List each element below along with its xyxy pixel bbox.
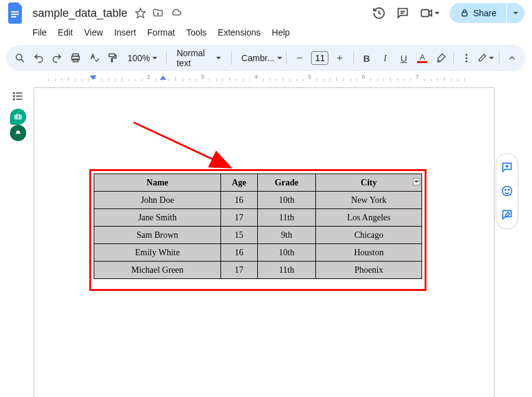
menu-tools[interactable]: Tools <box>181 25 212 40</box>
share-dropdown-button[interactable] <box>507 3 525 23</box>
table-row[interactable]: Jane Smith1711thLos Angeles <box>94 209 422 227</box>
comment-history-icon[interactable] <box>396 6 410 20</box>
meet-icon[interactable] <box>420 6 440 20</box>
table-cell[interactable]: 10th <box>257 192 316 209</box>
suggest-edits-icon[interactable] <box>498 206 516 223</box>
editing-mode-icon[interactable] <box>477 49 494 67</box>
share-button[interactable]: Share <box>450 3 506 23</box>
outline-toggle-icon[interactable] <box>12 90 24 105</box>
move-icon[interactable] <box>152 7 164 19</box>
menubar: File Edit View Insert Format Tools Exten… <box>0 21 532 42</box>
table-cell[interactable]: John Doe <box>94 192 221 209</box>
divider <box>453 51 454 65</box>
left-rail <box>9 90 27 141</box>
table-header-cell[interactable]: Name <box>94 174 221 192</box>
document-title[interactable]: sample_data_table <box>30 6 130 21</box>
ruler-number: 4 <box>254 74 257 80</box>
collapse-toolbar-icon[interactable] <box>505 49 520 67</box>
font-size-input[interactable] <box>311 51 328 65</box>
docs-logo-icon[interactable] <box>7 2 25 24</box>
font-family-dropdown[interactable]: Cambr... <box>237 53 281 63</box>
table-cell[interactable]: 16 <box>221 192 257 209</box>
bold-icon[interactable]: B <box>359 49 374 67</box>
svg-point-19 <box>465 57 467 59</box>
annotation-highlight-box: NameAgeGradeCity John Doe1610thNew YorkJ… <box>89 169 426 291</box>
document-page[interactable]: NameAgeGradeCity John Doe1610thNew YorkJ… <box>34 87 495 397</box>
spellcheck-icon[interactable] <box>87 49 102 67</box>
table-cell[interactable]: 17 <box>221 209 257 227</box>
table-header-cell[interactable]: City <box>316 174 422 192</box>
table-cell[interactable]: Houston <box>316 244 422 262</box>
table-cell[interactable]: 9th <box>257 227 316 244</box>
table-cell[interactable]: New York <box>316 192 422 209</box>
grammarly-icon[interactable] <box>10 109 26 125</box>
redo-icon[interactable] <box>49 49 64 67</box>
table-cell[interactable]: Michael Green <box>94 262 221 279</box>
table-cell[interactable]: Emily White <box>94 244 221 262</box>
undo-icon[interactable] <box>31 49 46 67</box>
svg-line-10 <box>21 59 24 62</box>
paint-format-icon[interactable] <box>106 49 121 67</box>
table-row[interactable]: Michael Green1711thPhoenix <box>94 262 422 279</box>
more-options-icon[interactable] <box>459 49 474 67</box>
svg-point-36 <box>503 187 512 196</box>
table-cell[interactable]: 15 <box>221 227 257 244</box>
menu-format[interactable]: Format <box>142 25 180 40</box>
menu-insert[interactable]: Insert <box>109 25 141 40</box>
table-row[interactable]: John Doe1610thNew York <box>94 192 422 209</box>
table-cell[interactable]: Chicago <box>316 227 422 244</box>
menu-view[interactable]: View <box>79 25 108 40</box>
svg-rect-0 <box>11 11 19 12</box>
print-icon[interactable] <box>68 49 83 67</box>
cloud-status-icon[interactable] <box>170 7 182 19</box>
table-cell[interactable]: 16 <box>221 244 257 262</box>
underline-icon[interactable]: U <box>397 49 411 67</box>
data-table[interactable]: NameAgeGradeCity John Doe1610thNew YorkJ… <box>94 174 422 279</box>
table-cell[interactable]: 11th <box>257 262 316 279</box>
ruler[interactable]: 1234567 <box>27 74 532 84</box>
table-header-cell[interactable]: Grade <box>257 174 316 192</box>
ruler-first-line-indent-icon[interactable] <box>160 76 166 80</box>
table-row[interactable]: Emily White1610thHouston <box>94 244 422 262</box>
add-comment-icon[interactable] <box>498 159 516 176</box>
table-cell[interactable]: Los Angeles <box>316 209 422 227</box>
ruler-number: 1 <box>93 74 96 80</box>
svg-rect-1 <box>11 14 19 15</box>
ruler-number: 6 <box>362 74 365 80</box>
table-cell[interactable]: 11th <box>257 209 316 227</box>
table-row[interactable]: Sam Brown159thChicago <box>94 227 422 244</box>
add-emoji-icon[interactable] <box>498 182 516 200</box>
table-options-icon[interactable] <box>413 178 420 185</box>
table-header-cell[interactable]: Age <box>221 174 257 192</box>
italic-icon[interactable]: I <box>378 49 393 67</box>
svg-point-25 <box>14 96 15 97</box>
svg-marker-3 <box>136 9 145 18</box>
table-cell[interactable]: 10th <box>257 244 316 262</box>
table-cell[interactable]: Phoenix <box>316 262 422 279</box>
history-icon[interactable] <box>372 6 386 20</box>
menu-file[interactable]: File <box>27 25 52 40</box>
font-size-increase-button[interactable] <box>331 49 348 67</box>
star-icon[interactable] <box>135 7 146 19</box>
workspace: NameAgeGradeCity John Doe1610thNew YorkJ… <box>6 87 526 397</box>
extension-icon[interactable] <box>10 125 26 141</box>
highlight-color-icon[interactable] <box>433 49 448 67</box>
paragraph-style-dropdown[interactable]: Normal text <box>172 48 226 68</box>
svg-rect-6 <box>421 10 428 17</box>
search-menu-icon[interactable] <box>12 49 27 67</box>
ruler-number: 3 <box>200 74 204 80</box>
menu-help[interactable]: Help <box>267 25 295 40</box>
zoom-dropdown[interactable]: 100% <box>124 53 161 63</box>
table-cell[interactable]: 17 <box>221 262 257 279</box>
svg-point-37 <box>505 190 506 191</box>
table-cell[interactable]: Jane Smith <box>94 209 221 227</box>
svg-point-18 <box>465 54 467 56</box>
svg-rect-8 <box>462 12 467 16</box>
menu-extensions[interactable]: Extensions <box>213 25 265 40</box>
svg-point-38 <box>508 190 510 191</box>
font-size-decrease-button[interactable] <box>291 49 308 67</box>
text-color-icon[interactable]: A <box>415 49 430 67</box>
menu-edit[interactable]: Edit <box>53 25 78 40</box>
table-cell[interactable]: Sam Brown <box>94 227 221 244</box>
toolbar: 100% Normal text Cambr... B I U A <box>6 45 526 71</box>
